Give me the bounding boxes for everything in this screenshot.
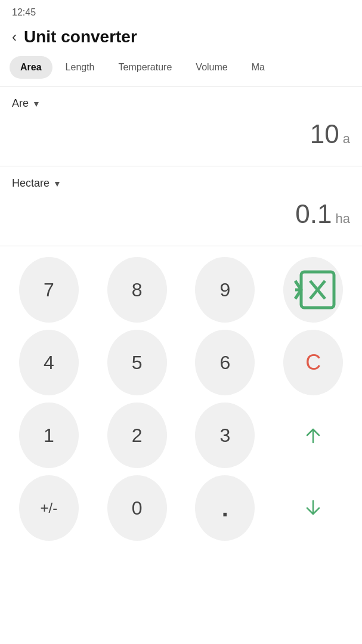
unit-to-value-display: 0.1 ha — [12, 194, 350, 239]
tab-mass[interactable]: Ma — [241, 56, 276, 79]
unit-from-value-display: 10 a — [12, 114, 350, 159]
unit-to-dropdown-icon: ▼ — [53, 179, 61, 188]
key-5[interactable]: 5 — [107, 330, 167, 395]
tab-area[interactable]: Area — [10, 56, 52, 79]
unit-from-dropdown-icon: ▼ — [32, 99, 41, 109]
unit-from-selector[interactable]: Are ▼ — [12, 86, 350, 114]
key-0[interactable]: 0 — [107, 475, 167, 541]
key-7[interactable]: 7 — [19, 257, 79, 323]
key-6[interactable]: 6 — [195, 330, 255, 395]
key-9[interactable]: 9 — [195, 257, 255, 323]
keypad: 7 8 9 4 5 6 C 1 2 3 +/- 0 . — [0, 249, 362, 544]
up-arrow-icon — [302, 425, 324, 446]
keypad-divider — [0, 246, 362, 246]
unit-to-section: Hectare ▼ 0.1 ha — [0, 166, 362, 239]
status-bar: 12:45 — [0, 0, 362, 21]
down-arrow-icon — [302, 497, 324, 519]
unit-from-value: 10 — [310, 119, 339, 149]
unit-to-value: 0.1 — [295, 199, 332, 229]
page-title: Unit converter — [24, 27, 137, 47]
key-2[interactable]: 2 — [107, 402, 167, 468]
header: ‹ Unit converter — [0, 21, 362, 56]
tabs-container: Area Length Temperature Volume Ma — [0, 56, 362, 79]
unit-from-symbol: a — [343, 131, 350, 147]
key-3[interactable]: 3 — [195, 402, 255, 468]
tab-temperature[interactable]: Temperature — [108, 56, 183, 79]
key-clear[interactable]: C — [283, 330, 343, 395]
unit-to-name: Hectare — [12, 177, 49, 190]
tab-volume[interactable]: Volume — [185, 56, 238, 79]
status-time: 12:45 — [12, 7, 36, 17]
key-plus-minus[interactable]: +/- — [19, 475, 79, 541]
delete-icon — [283, 260, 343, 320]
key-delete[interactable] — [283, 257, 343, 323]
unit-to-selector[interactable]: Hectare ▼ — [12, 166, 350, 194]
key-swap-up[interactable] — [283, 402, 343, 468]
key-swap-down[interactable] — [283, 475, 343, 541]
key-dot[interactable]: . — [195, 475, 255, 541]
key-1[interactable]: 1 — [19, 402, 79, 468]
back-button[interactable]: ‹ — [12, 30, 17, 44]
key-4[interactable]: 4 — [19, 330, 79, 395]
key-8[interactable]: 8 — [107, 257, 167, 323]
unit-from-section: Are ▼ 10 a — [0, 86, 362, 159]
tab-length[interactable]: Length — [55, 56, 106, 79]
unit-to-symbol: ha — [336, 211, 350, 227]
unit-from-name: Are — [12, 97, 29, 110]
